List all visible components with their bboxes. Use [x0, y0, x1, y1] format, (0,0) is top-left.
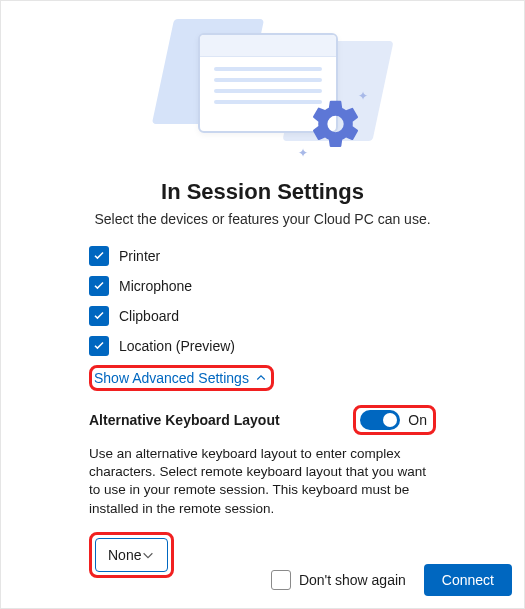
checkbox-checked-icon[interactable] [89, 246, 109, 266]
device-microphone-label: Microphone [119, 278, 192, 294]
device-printer-label: Printer [119, 248, 160, 264]
gear-icon [308, 96, 364, 156]
alt-keyboard-heading: Alternative Keyboard Layout [89, 412, 280, 428]
dont-show-again-checkbox[interactable] [271, 570, 291, 590]
dont-show-again-label: Don't show again [299, 572, 406, 588]
show-advanced-settings-link[interactable]: Show Advanced Settings [94, 370, 267, 386]
highlight-dropdown: None [89, 532, 174, 578]
show-advanced-settings-label: Show Advanced Settings [94, 370, 249, 386]
dialog-footer: Don't show again Connect [271, 564, 512, 596]
device-location-row[interactable]: Location (Preview) [89, 331, 436, 361]
hero-illustration: ✦ ✦ [1, 11, 524, 161]
device-clipboard-row[interactable]: Clipboard [89, 301, 436, 331]
chevron-up-icon [255, 372, 267, 384]
alt-keyboard-toggle[interactable] [360, 410, 400, 430]
highlight-toggle: On [353, 405, 436, 435]
alt-keyboard-selected-value: None [108, 547, 141, 563]
device-microphone-row[interactable]: Microphone [89, 271, 436, 301]
in-session-settings-dialog: ✦ ✦ In Session Settings Select the devic… [0, 0, 525, 609]
checkbox-checked-icon[interactable] [89, 276, 109, 296]
device-printer-row[interactable]: Printer [89, 241, 436, 271]
checkbox-checked-icon[interactable] [89, 336, 109, 356]
dialog-title: In Session Settings [1, 179, 524, 205]
alt-keyboard-layout-select[interactable]: None [95, 538, 168, 572]
alt-keyboard-toggle-state: On [408, 412, 427, 428]
alt-keyboard-description: Use an alternative keyboard layout to en… [89, 445, 436, 518]
device-clipboard-label: Clipboard [119, 308, 179, 324]
highlight-advanced-link: Show Advanced Settings [89, 365, 274, 391]
checkbox-checked-icon[interactable] [89, 306, 109, 326]
connect-button[interactable]: Connect [424, 564, 512, 596]
device-location-label: Location (Preview) [119, 338, 235, 354]
chevron-down-icon [141, 548, 155, 562]
dialog-subtitle: Select the devices or features your Clou… [1, 211, 524, 227]
dont-show-again-row[interactable]: Don't show again [271, 570, 406, 590]
